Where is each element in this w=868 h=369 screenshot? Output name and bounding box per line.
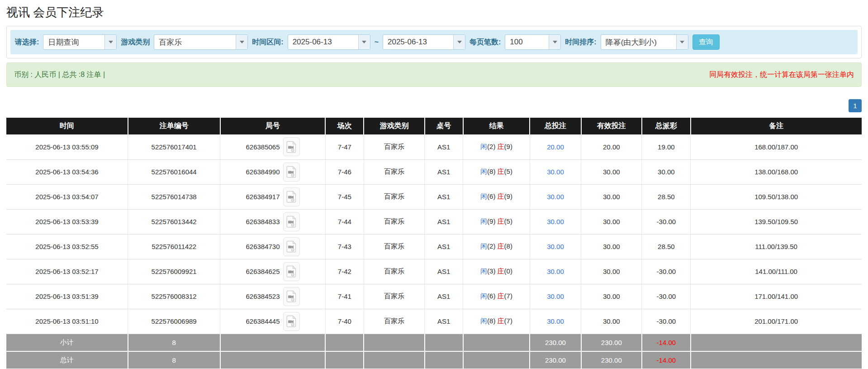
round-number: 626384917 — [246, 193, 280, 201]
query-button[interactable]: 查询 — [693, 34, 720, 50]
player-result-label: 闲 — [480, 217, 487, 225]
cell-table-no: AS1 — [425, 259, 463, 284]
cell-result: 闲(6) 庄(7) — [463, 284, 530, 309]
column-header-bet-id: 注单编号 — [128, 118, 220, 134]
cell-session — [325, 334, 364, 351]
sort-order-select[interactable]: 降幂(由大到小) — [601, 34, 688, 50]
date-to-value: 2025-06-13 — [383, 38, 453, 47]
video-replay-button[interactable] — [283, 287, 300, 306]
date-to-select[interactable]: 2025-06-13 — [383, 34, 465, 50]
query-type-select[interactable]: 日期查询 — [43, 34, 117, 50]
table-row: 2025-06-13 03:52:17522576009921626384625… — [6, 259, 862, 284]
cell-remark: 138.00/168.00 — [691, 159, 862, 184]
total-bet-link[interactable]: 20.00 — [547, 143, 564, 151]
page-button-1[interactable]: 1 — [849, 99, 862, 112]
cell-payout: 28.50 — [642, 234, 691, 259]
cell-bet-id: 522576011422 — [128, 234, 220, 259]
table-row: 2025-06-13 03:54:07522576014738626384917… — [6, 184, 862, 209]
video-replay-button[interactable] — [283, 137, 300, 156]
player-result-label: 闲 — [480, 267, 487, 275]
cell-time: 2025-06-13 03:51:10 — [6, 309, 128, 334]
cell-total-bet: 30.00 — [530, 209, 581, 234]
cell-session: 7-40 — [325, 309, 364, 334]
player-result-label: 闲 — [480, 242, 487, 250]
total-bet-link[interactable]: 30.00 — [547, 317, 564, 325]
player-result-label: 闲 — [480, 192, 487, 200]
cell-game: 百家乐 — [364, 309, 424, 334]
chevron-down-icon — [676, 35, 688, 49]
cell-valid-bet: 30.00 — [581, 234, 642, 259]
column-header-total-bet: 总投注 — [530, 118, 581, 134]
column-header-remark: 备注 — [691, 118, 862, 134]
video-file-icon — [286, 315, 296, 327]
cell-valid-bet: 230.00 — [581, 334, 642, 351]
cell-time: 2025-06-13 03:52:55 — [6, 234, 128, 259]
cell-total-bet: 30.00 — [530, 184, 581, 209]
round-number: 626384730 — [246, 243, 280, 250]
video-replay-button[interactable] — [283, 212, 300, 231]
cell-valid-bet: 30.00 — [581, 184, 642, 209]
banker-result-label: 庄 — [498, 168, 504, 175]
cell-game — [364, 334, 424, 351]
total-bet-link[interactable]: 30.00 — [547, 243, 564, 250]
cell-result: 闲(9) 庄(5) — [463, 209, 530, 234]
video-replay-button[interactable] — [283, 312, 300, 331]
cell-valid-bet: 30.00 — [581, 159, 642, 184]
total-bet-link[interactable]: 30.00 — [547, 218, 564, 225]
cell-session: 7-45 — [325, 184, 364, 209]
banker-result-label: 庄 — [498, 143, 504, 150]
cell-total-bet: 30.00 — [530, 284, 581, 309]
page-size-select[interactable]: 100 — [505, 34, 561, 50]
cell-result: 闲(6) 庄(9) — [463, 184, 530, 209]
grand-total-row: 总计8230.00230.00-14.00 — [6, 351, 862, 369]
round-number: 626384833 — [246, 218, 280, 225]
cell-result: 闲(2) 庄(9) — [463, 134, 530, 159]
column-header-payout: 总派彩 — [642, 118, 691, 134]
total-bet-link[interactable]: 30.00 — [547, 292, 564, 300]
cell-game: 百家乐 — [364, 234, 424, 259]
video-file-icon — [286, 216, 296, 228]
video-replay-button[interactable] — [283, 187, 300, 206]
player-result-label: 闲 — [480, 168, 487, 175]
cell-bet-id: 522576006989 — [128, 309, 220, 334]
video-file-icon — [286, 290, 296, 302]
cell-session: 7-46 — [325, 159, 364, 184]
query-type-value: 日期查询 — [43, 37, 104, 48]
video-file-icon — [286, 191, 296, 203]
cell-total-bet: 30.00 — [530, 234, 581, 259]
cell-remark — [691, 334, 862, 351]
cell-table-no: AS1 — [425, 184, 463, 209]
cell-bet-id: 522576014738 — [128, 184, 220, 209]
cell-remark: 141.00/111.00 — [691, 259, 862, 284]
cell-remark: 109.50/138.00 — [691, 184, 862, 209]
total-bet-link[interactable]: 30.00 — [547, 193, 564, 201]
video-replay-button[interactable] — [283, 163, 300, 182]
cell-table-no: AS1 — [425, 309, 463, 334]
cell-result: 闲(2) 庄(8) — [463, 234, 530, 259]
cell-round: 626384730 — [220, 234, 326, 259]
game-category-select[interactable]: 百家乐 — [154, 34, 248, 50]
cell-round — [220, 334, 326, 351]
video-replay-button[interactable] — [283, 262, 300, 281]
table-row: 2025-06-13 03:51:10522576006989626384445… — [6, 309, 862, 334]
cell-table-no: AS1 — [425, 234, 463, 259]
cell-remark — [691, 351, 862, 369]
total-bet-link[interactable]: 30.00 — [547, 168, 564, 176]
cell-payout: -30.00 — [642, 284, 691, 309]
cell-table-no: AS1 — [425, 134, 463, 159]
date-from-value: 2025-06-13 — [288, 38, 358, 47]
cell-total-bet: 20.00 — [530, 134, 581, 159]
cell-round: 626385065 — [220, 134, 326, 159]
cell-round: 626384523 — [220, 284, 326, 309]
total-bet-link[interactable]: 30.00 — [547, 268, 564, 275]
chevron-down-icon — [358, 35, 370, 49]
cell-result: 闲(8) 庄(5) — [463, 159, 530, 184]
cell-round: 626384445 — [220, 309, 326, 334]
cell-payout: 28.50 — [642, 184, 691, 209]
date-from-select[interactable]: 2025-06-13 — [288, 34, 370, 50]
cell-valid-bet: 30.00 — [581, 309, 642, 334]
cell-session: 7-47 — [325, 134, 364, 159]
video-replay-button[interactable] — [283, 237, 300, 256]
banker-result-label: 庄 — [498, 192, 504, 200]
round-number: 626384990 — [246, 168, 280, 176]
